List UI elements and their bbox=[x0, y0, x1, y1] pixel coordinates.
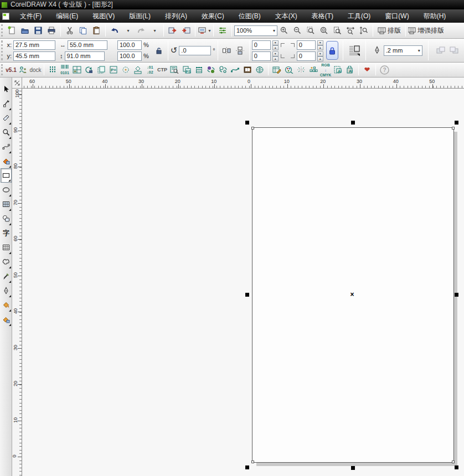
corner-bl-spinner[interactable]: ▾▴ bbox=[272, 51, 279, 61]
toolbar-grip[interactable] bbox=[1, 24, 4, 37]
interactive-fill-tool[interactable] bbox=[1, 312, 12, 327]
selection-handle-bottom-right[interactable] bbox=[455, 465, 458, 469]
menu-layout[interactable]: 版面(L) bbox=[122, 9, 158, 23]
smart-fill-tool[interactable] bbox=[1, 154, 12, 168]
shape-tool[interactable] bbox=[1, 96, 12, 111]
interactive-blend-tool[interactable] bbox=[1, 255, 12, 269]
preview-search-icon[interactable] bbox=[168, 64, 181, 76]
mirror-horizontal-button[interactable] bbox=[220, 44, 234, 57]
enhanced-view-button[interactable]: 增强排版 bbox=[408, 24, 444, 37]
menu-table[interactable]: 表格(T) bbox=[305, 9, 341, 23]
corner-br-spinner[interactable]: ▾▴ bbox=[317, 51, 323, 61]
share-users-icon[interactable] bbox=[17, 64, 29, 76]
ai-locked-icon[interactable]: Ai bbox=[344, 64, 356, 76]
selected-rectangle-page[interactable]: × bbox=[252, 127, 454, 463]
selection-handle-top-middle[interactable] bbox=[351, 121, 355, 125]
menu-edit[interactable]: 编辑(E) bbox=[49, 9, 85, 23]
rect-node-top-left[interactable] bbox=[251, 127, 254, 130]
x-position-field[interactable]: 27.5 mm bbox=[13, 40, 55, 50]
zoom-tool[interactable] bbox=[1, 125, 12, 139]
cut-button[interactable] bbox=[63, 24, 76, 37]
corner-radius-br-field[interactable]: 0 bbox=[297, 51, 316, 61]
zoom-to-selection-icon[interactable] bbox=[304, 24, 317, 37]
object-height-field[interactable]: 91.0 mm bbox=[65, 51, 105, 61]
horizontal-ruler[interactable]: 60504030201001020304050 bbox=[22, 77, 464, 89]
copy-pages-icon[interactable] bbox=[95, 64, 107, 76]
save-button[interactable] bbox=[32, 24, 45, 37]
drawing-canvas[interactable]: × bbox=[22, 89, 464, 476]
corner-tr-spinner[interactable]: ▾▴ bbox=[317, 40, 323, 50]
color-palette-icon[interactable] bbox=[283, 64, 295, 76]
import-button[interactable] bbox=[166, 24, 179, 37]
freehand-tool[interactable] bbox=[1, 139, 12, 154]
paste-button[interactable] bbox=[90, 24, 103, 37]
export-button[interactable] bbox=[179, 24, 193, 37]
ctp-button[interactable]: CTP bbox=[156, 64, 168, 76]
rect-node-bottom-right[interactable] bbox=[452, 461, 455, 463]
corner-radius-bl-field[interactable]: 0 bbox=[252, 51, 271, 61]
selection-handle-middle-right[interactable] bbox=[455, 293, 458, 297]
dotted-frame-icon[interactable] bbox=[193, 64, 205, 76]
numbering-icon[interactable]: ↓01 ↓02 bbox=[144, 64, 156, 76]
toolbar-grip[interactable] bbox=[1, 40, 4, 60]
toolbar-grip[interactable] bbox=[1, 64, 4, 75]
zoom-in-icon[interactable] bbox=[277, 24, 291, 37]
ruler-origin-button[interactable] bbox=[12, 77, 22, 89]
rect-node-bottom-left[interactable] bbox=[251, 461, 254, 463]
eyedropper-tool[interactable] bbox=[1, 269, 12, 283]
crop-tool[interactable] bbox=[1, 111, 12, 125]
to-front-button[interactable] bbox=[434, 44, 447, 57]
scale-h-field[interactable]: 100.0 bbox=[117, 40, 142, 50]
rectangle-tool[interactable] bbox=[1, 168, 12, 183]
menu-window[interactable]: 窗口(W) bbox=[378, 9, 416, 23]
zoom-to-page-icon[interactable] bbox=[331, 24, 344, 37]
selection-handle-middle-left[interactable] bbox=[245, 293, 249, 297]
rect-node-top-right[interactable] bbox=[452, 127, 455, 130]
fill-tool[interactable] bbox=[1, 298, 12, 312]
image-tiles-icon[interactable] bbox=[71, 64, 83, 76]
print-button[interactable] bbox=[45, 24, 58, 37]
y-position-field[interactable]: 45.5 mm bbox=[13, 51, 55, 61]
menu-view[interactable]: 视图(V) bbox=[85, 9, 122, 23]
selection-handle-bottom-middle[interactable] bbox=[351, 466, 355, 470]
zoom-to-all-icon[interactable] bbox=[317, 24, 331, 37]
menu-bitmaps[interactable]: 位图(B) bbox=[231, 9, 268, 23]
pick-tool[interactable] bbox=[1, 82, 12, 96]
menu-tools[interactable]: 工具(O) bbox=[341, 9, 378, 23]
diamond-rect-icon[interactable] bbox=[132, 64, 144, 76]
menu-help[interactable]: 帮助(H) bbox=[416, 9, 453, 23]
ai-export-icon[interactable]: Ai bbox=[332, 64, 344, 76]
rotation-angle-field[interactable]: .0 bbox=[179, 46, 211, 55]
small-squares-icon[interactable] bbox=[307, 64, 319, 76]
new-document-button[interactable] bbox=[5, 24, 18, 37]
graph-paper-tool[interactable] bbox=[1, 197, 12, 211]
corner-radius-tr-field[interactable]: 0 bbox=[297, 40, 316, 50]
open-button[interactable] bbox=[18, 24, 32, 37]
zoom-to-height-icon[interactable] bbox=[357, 24, 370, 37]
table-tool[interactable] bbox=[1, 240, 12, 255]
copy-button[interactable] bbox=[76, 24, 90, 37]
zoom-level-combo[interactable]: 100% ▾ bbox=[234, 25, 277, 36]
export-ps-icon[interactable]: PS bbox=[181, 64, 193, 76]
document-icon[interactable] bbox=[2, 13, 9, 20]
redo-dropdown[interactable]: ▾ bbox=[148, 24, 161, 37]
outline-pen-tool[interactable] bbox=[1, 283, 12, 298]
swap-colors-icon[interactable] bbox=[205, 64, 217, 76]
columns-icon[interactable] bbox=[47, 64, 59, 76]
basic-shapes-tool[interactable] bbox=[1, 211, 12, 226]
round-corners-together-lock-button[interactable] bbox=[326, 41, 338, 60]
zoom-out-icon[interactable] bbox=[291, 24, 304, 37]
mirror-vertical-button[interactable] bbox=[234, 44, 247, 57]
edit-template-icon[interactable] bbox=[271, 64, 283, 76]
rotate-save-icon[interactable] bbox=[83, 64, 95, 76]
object-center-mark[interactable]: × bbox=[350, 291, 354, 298]
to-back-button[interactable] bbox=[447, 44, 461, 57]
ellipse-tool[interactable] bbox=[1, 183, 12, 197]
menu-arrange[interactable]: 排列(A) bbox=[158, 9, 194, 23]
vertical-ruler[interactable]: 1009080706050403020100 bbox=[12, 89, 22, 476]
redo-button[interactable] bbox=[135, 24, 148, 37]
layout-view-button[interactable]: 排版 bbox=[375, 24, 403, 37]
menu-text[interactable]: 文本(X) bbox=[268, 9, 305, 23]
distribute-points-icon[interactable] bbox=[295, 64, 307, 76]
menu-effects[interactable]: 效果(C) bbox=[194, 9, 231, 23]
